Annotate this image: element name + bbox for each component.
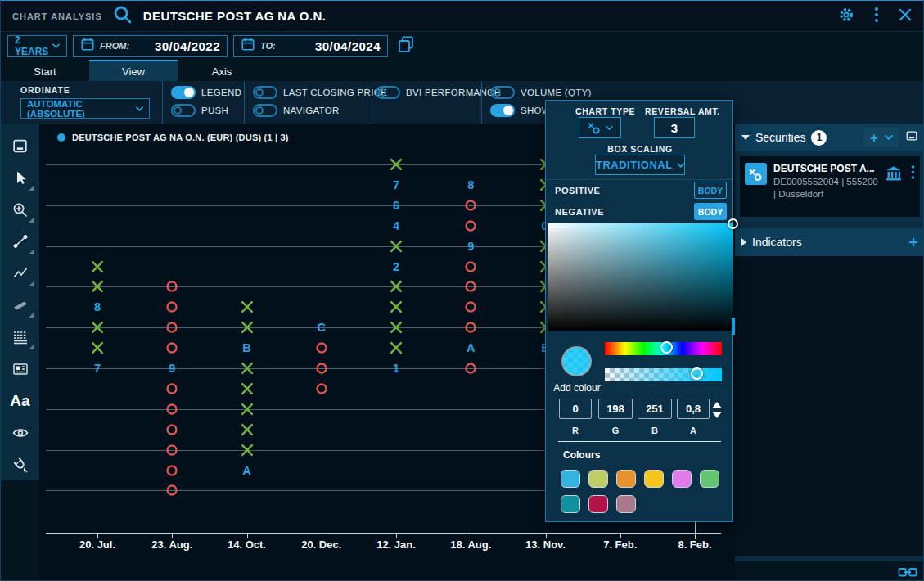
pnf-month-label: C — [314, 320, 329, 335]
pnf-o-marker — [463, 198, 478, 213]
colour-swatch[interactable] — [588, 495, 608, 513]
expand-arrow-icon[interactable] — [741, 238, 746, 246]
collapse-arrow-icon[interactable] — [741, 135, 750, 140]
copy-icon[interactable] — [396, 34, 416, 57]
pnf-o-marker — [165, 463, 179, 478]
toggle-navigator[interactable]: NAVIGATOR — [253, 104, 360, 117]
dock-icon[interactable] — [4, 130, 37, 162]
alpha-slider[interactable] — [605, 368, 722, 381]
blue-input[interactable]: 251 — [638, 399, 672, 419]
ordinate-select[interactable]: AUTOMATIC (ABSOLUTE) — [20, 98, 150, 119]
search-icon[interactable] — [112, 4, 133, 29]
colour-swatch[interactable] — [616, 470, 636, 488]
securities-header[interactable]: Securities 1 + — [735, 124, 924, 151]
toggle-switch[interactable] — [171, 104, 196, 117]
alpha-stepper[interactable] — [712, 402, 722, 418]
tab-start[interactable]: Start — [1, 60, 89, 81]
colour-swatch[interactable] — [588, 470, 608, 488]
magnet-icon[interactable] — [4, 448, 37, 480]
colour-swatch[interactable] — [700, 470, 719, 488]
pnf-o-marker — [165, 422, 179, 437]
dock-panel-icon[interactable] — [905, 129, 918, 146]
grid-icon[interactable] — [4, 321, 37, 353]
saturation-picker[interactable] — [548, 223, 733, 331]
add-indicator-icon[interactable]: + — [908, 234, 918, 250]
trendline-icon[interactable] — [4, 226, 37, 258]
add-colour-swatch[interactable] — [561, 346, 592, 376]
axis-tick-label: 12. Jan. — [376, 538, 416, 551]
securities-list: DEUTSCHE POST A... DE0005552004 | 555200… — [735, 151, 924, 222]
pnf-o-marker — [463, 300, 478, 314]
add-security-group[interactable]: + — [863, 128, 899, 147]
security-card[interactable]: DEUTSCHE POST A... DE0005552004 | 555200… — [740, 156, 920, 217]
axis-tick-label: 7. Feb. — [603, 538, 637, 551]
cursor-icon[interactable] — [4, 162, 37, 194]
toggle-bvi-performance[interactable]: BVI PERFORMANCE — [376, 86, 475, 99]
toggle-volume-qty-[interactable]: VOLUME (QTY) — [490, 86, 728, 99]
saturation-handle[interactable] — [728, 218, 738, 229]
toggle-last-closing-price[interactable]: LAST CLOSING PRICE — [253, 86, 360, 99]
parallelogram-icon[interactable] — [4, 290, 37, 322]
toggle-switch[interactable] — [253, 104, 277, 117]
indicators-header[interactable]: Indicators + — [735, 228, 924, 256]
securities-panel: Securities 1 + DEU — [735, 124, 924, 561]
colour-swatch[interactable] — [644, 470, 664, 488]
axis-tick — [396, 533, 397, 538]
chevron-down-icon — [136, 106, 143, 112]
ordinate-label: ORDINATE — [20, 85, 162, 95]
gear-icon[interactable] — [838, 7, 854, 26]
toggle-switch[interactable] — [253, 86, 277, 99]
alpha-input[interactable]: 0,8 — [677, 399, 710, 419]
kebab-menu-icon[interactable] — [874, 7, 879, 26]
pnf-x-marker — [90, 259, 105, 274]
scrollbar-thumb[interactable] — [732, 318, 735, 335]
chart-type-select[interactable] — [579, 117, 621, 138]
eye-icon[interactable] — [4, 417, 37, 448]
tab-view[interactable]: View — [89, 60, 178, 81]
from-date-field[interactable]: FROM: 30/04/2022 — [73, 35, 228, 57]
link-icon[interactable] — [898, 565, 917, 581]
alpha-handle[interactable] — [691, 367, 703, 380]
toggle-switch[interactable] — [171, 86, 196, 99]
red-input[interactable]: 0 — [559, 399, 592, 419]
plus-icon[interactable]: + — [870, 131, 878, 145]
hue-handle[interactable] — [660, 341, 673, 354]
pnf-o-marker — [463, 361, 478, 376]
text-tool-icon[interactable]: Aa — [4, 385, 37, 417]
kebab-menu-icon[interactable] — [911, 164, 915, 184]
toggle-switch[interactable] — [490, 104, 515, 117]
zoom-in-icon[interactable] — [4, 194, 37, 226]
x-axis — [46, 533, 721, 534]
green-input[interactable]: 198 — [598, 399, 633, 419]
negative-body-button[interactable]: BODY — [694, 203, 727, 220]
tab-axis[interactable]: Axis — [178, 60, 266, 81]
ribbon-tabs: Start View Axis — [1, 60, 923, 81]
colour-swatch[interactable] — [672, 470, 692, 488]
step-down-icon[interactable] — [712, 412, 722, 418]
pnf-o-marker — [165, 320, 179, 335]
polyline-icon[interactable] — [4, 258, 37, 290]
colour-swatch[interactable] — [616, 495, 636, 513]
colour-swatch[interactable] — [561, 495, 580, 513]
pnf-o-marker — [314, 381, 329, 396]
security-isin: DE0005552004 | 555200 — [773, 176, 878, 188]
axis-tick-label: 8. Feb. — [678, 538, 711, 551]
box-scaling-select[interactable]: TRADITIONAL — [595, 155, 685, 175]
step-up-icon[interactable] — [712, 402, 722, 408]
colour-swatch[interactable] — [561, 470, 580, 488]
news-icon[interactable] — [4, 353, 37, 385]
exchange-bank-icon[interactable] — [885, 164, 903, 186]
titlebar-actions — [838, 7, 912, 26]
toggle-legend[interactable]: LEGEND — [171, 86, 237, 99]
chevron-down-icon[interactable] — [885, 134, 893, 141]
toggle-switch[interactable] — [376, 86, 400, 99]
to-date-field[interactable]: TO: 30/04/2024 — [233, 35, 388, 57]
pnf-x-marker — [240, 422, 255, 437]
toggle-switch[interactable] — [490, 86, 515, 99]
positive-body-button[interactable]: BODY — [694, 182, 727, 199]
close-icon[interactable] — [899, 8, 912, 25]
pnf-o-marker — [463, 259, 478, 274]
reversal-amount-input[interactable]: 3 — [654, 117, 695, 138]
range-select[interactable]: 2 YEARS — [7, 35, 67, 57]
toggle-push[interactable]: PUSH — [171, 104, 237, 117]
